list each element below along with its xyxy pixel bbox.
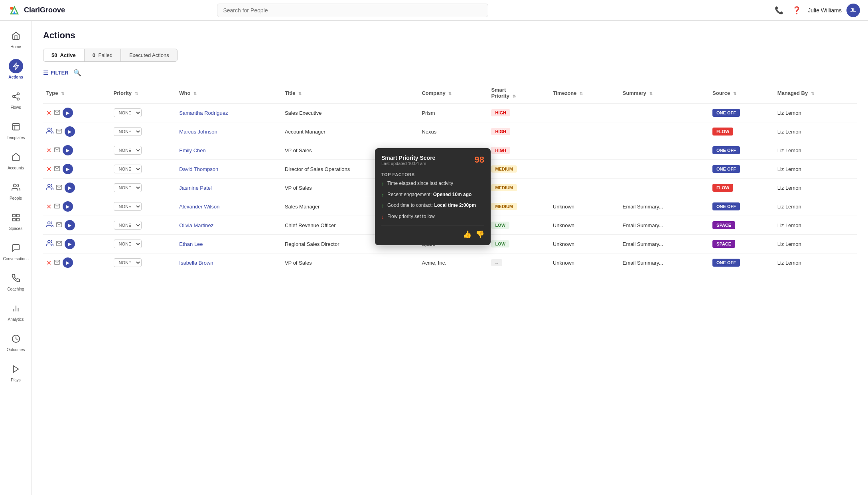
priority-select-4[interactable]: NONE	[114, 183, 142, 192]
col-title[interactable]: Title ⇅	[282, 83, 418, 103]
top-nav: ClariGroove 📞 ❓ Julie Williams JL	[0, 0, 868, 21]
col-timezone[interactable]: Timezone ⇅	[550, 83, 619, 103]
x-icon[interactable]: ✕	[46, 109, 51, 117]
factor-down-icon-4: ↓	[381, 213, 384, 221]
sidebar-item-analytics[interactable]: Analytics	[0, 297, 32, 326]
cell-who-0[interactable]: Samantha Rodriguez	[176, 103, 282, 122]
cell-who-3[interactable]: David Thompson	[176, 160, 282, 179]
priority-select-0[interactable]: NONE	[114, 108, 142, 117]
col-smart-priority[interactable]: SmartPriority ⇅	[488, 83, 549, 103]
mail-icon[interactable]	[54, 147, 60, 154]
cell-priority-5: NONE	[110, 197, 176, 216]
search-input[interactable]	[217, 4, 488, 17]
mail-icon[interactable]	[56, 128, 62, 136]
filter-button[interactable]: ☰ FILTER	[43, 70, 69, 76]
x-icon[interactable]: ✕	[46, 147, 51, 154]
cell-smart-priority-3[interactable]: MEDIUM	[488, 160, 549, 179]
col-type[interactable]: Type ⇅	[43, 83, 110, 103]
col-priority[interactable]: Priority ⇅	[110, 83, 176, 103]
sidebar-item-templates[interactable]: Templates	[0, 116, 32, 144]
avatar[interactable]: JL	[846, 4, 860, 17]
sidebar-item-spaces[interactable]: Spaces	[0, 206, 32, 235]
cell-smart-priority-4[interactable]: MEDIUM	[488, 179, 549, 197]
sidebar-item-people[interactable]: People	[0, 176, 32, 205]
play-button[interactable]: ▶	[65, 126, 75, 137]
x-icon[interactable]: ✕	[46, 203, 51, 210]
tabs: 50 Active 0 Failed Executed Actions	[43, 49, 857, 62]
tab-failed[interactable]: 0 Failed	[84, 49, 121, 62]
cell-who-6[interactable]: Olivia Martinez	[176, 216, 282, 235]
cell-summary-7: Email Summary...	[619, 235, 709, 253]
sidebar-item-plays[interactable]: Plays	[0, 358, 32, 387]
col-company[interactable]: Company ⇅	[418, 83, 488, 103]
sidebar-item-outcomes[interactable]: Outcomes	[0, 328, 32, 356]
help-icon-button[interactable]: ❓	[790, 4, 803, 17]
cell-who-1[interactable]: Marcus Johnson	[176, 122, 282, 141]
play-button[interactable]: ▶	[63, 164, 73, 174]
sidebar-item-home[interactable]: Home	[0, 25, 32, 53]
cell-smart-priority-7[interactable]: LOW	[488, 235, 549, 253]
play-button[interactable]: ▶	[63, 201, 73, 212]
priority-select-5[interactable]: NONE	[114, 202, 142, 211]
table-search-button[interactable]: 🔍	[73, 69, 81, 77]
cell-type-2: ✕▶	[43, 141, 110, 160]
priority-select-3[interactable]: NONE	[114, 165, 142, 173]
cell-who-4[interactable]: Jasmine Patel	[176, 179, 282, 197]
mail-icon[interactable]	[54, 165, 60, 173]
priority-select-1[interactable]: NONE	[114, 127, 142, 136]
source-badge-2: ONE OFF	[712, 146, 740, 154]
play-button[interactable]: ▶	[63, 257, 73, 268]
sidebar-item-accounts[interactable]: Accounts	[0, 146, 32, 175]
sidebar-item-actions[interactable]: Actions	[0, 55, 32, 84]
cell-smart-priority-5[interactable]: MEDIUM	[488, 197, 549, 216]
cell-smart-priority-0[interactable]: HIGH	[488, 103, 549, 122]
col-source[interactable]: Source ⇅	[709, 83, 774, 103]
search-bar[interactable]	[217, 4, 488, 17]
play-button[interactable]: ▶	[63, 145, 73, 155]
play-button[interactable]: ▶	[63, 108, 73, 118]
play-button[interactable]: ▶	[65, 220, 75, 230]
cell-type-1: ▶	[43, 122, 110, 141]
cell-who-5[interactable]: Alexander Wilson	[176, 197, 282, 216]
tab-executed[interactable]: Executed Actions	[121, 49, 178, 62]
tooltip-subtitle: Last updated 10:04 am	[381, 161, 435, 166]
cell-smart-priority-1[interactable]: HIGH	[488, 122, 549, 141]
cell-type-0: ✕▶	[43, 103, 110, 122]
cell-who-7[interactable]: Ethan Lee	[176, 235, 282, 253]
priority-select-8[interactable]: NONE	[114, 258, 142, 267]
mail-icon[interactable]	[54, 259, 60, 267]
cell-smart-priority-8[interactable]: --	[488, 253, 549, 272]
x-icon[interactable]: ✕	[46, 259, 51, 267]
priority-select-6[interactable]: NONE	[114, 221, 142, 230]
phone-icon-button[interactable]: 📞	[773, 4, 785, 17]
cell-summary-2	[619, 141, 709, 160]
svg-point-6	[17, 98, 19, 100]
mail-icon[interactable]	[54, 109, 60, 117]
thumbs-down-button[interactable]: 👎	[475, 230, 484, 239]
svg-marker-1	[13, 11, 16, 14]
col-managed-by[interactable]: Managed By ⇅	[774, 83, 857, 103]
tooltip-section-title: TOP FACTORS	[381, 172, 484, 177]
thumbs-up-button[interactable]: 👍	[463, 230, 471, 239]
cell-who-2[interactable]: Emily Chen	[176, 141, 282, 160]
sidebar-item-coaching[interactable]: Coaching	[0, 267, 32, 296]
priority-select-7[interactable]: NONE	[114, 240, 142, 248]
mail-icon[interactable]	[56, 240, 62, 248]
cell-smart-priority-6[interactable]: LOW	[488, 216, 549, 235]
mail-icon[interactable]	[54, 203, 60, 210]
play-button[interactable]: ▶	[65, 183, 75, 193]
col-who[interactable]: Who ⇅	[176, 83, 282, 103]
cell-smart-priority-2[interactable]: HIGH	[488, 141, 549, 160]
filter-bar: ☰ FILTER 🔍	[43, 69, 857, 77]
priority-select-2[interactable]: NONE	[114, 146, 142, 155]
mail-icon[interactable]	[56, 184, 62, 192]
play-button[interactable]: ▶	[65, 239, 75, 249]
cell-who-8[interactable]: Isabella Brown	[176, 253, 282, 272]
cell-summary-8: Email Summary...	[619, 253, 709, 272]
tab-active[interactable]: 50 Active	[43, 49, 84, 62]
sidebar-item-conversations[interactable]: Conversations	[0, 237, 32, 265]
mail-icon[interactable]	[56, 222, 62, 229]
x-icon[interactable]: ✕	[46, 165, 51, 173]
col-summary[interactable]: Summary ⇅	[619, 83, 709, 103]
sidebar-item-flows[interactable]: Flows	[0, 85, 32, 114]
